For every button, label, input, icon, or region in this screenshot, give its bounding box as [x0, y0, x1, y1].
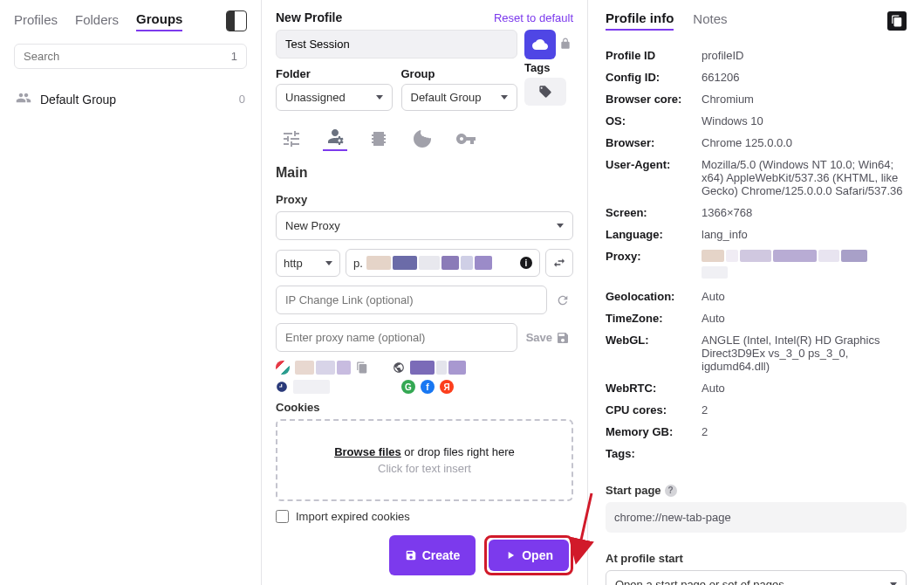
info-key: CPU cores:: [606, 403, 702, 416]
at-profile-start-select[interactable]: Open a start page or set of pages: [606, 570, 907, 585]
info-row: Language:lang_info: [606, 224, 907, 245]
info-key: Geolocation:: [606, 290, 702, 303]
info-value: lang_info: [702, 228, 907, 241]
info-value: 661206: [702, 71, 907, 84]
group-name: Default Group: [40, 93, 230, 107]
open-button[interactable]: Open: [489, 540, 569, 571]
info-key: WebGL:: [606, 334, 702, 347]
open-button-highlight: Open: [484, 535, 573, 575]
info-row: Profile IDprofileID: [606, 45, 907, 66]
info-key: Tags:: [606, 447, 702, 460]
folder-select[interactable]: Unassigned: [276, 84, 393, 111]
group-label: Group: [401, 67, 518, 80]
swap-proxy-button[interactable]: [545, 249, 573, 277]
info-row: Tags:: [606, 443, 907, 465]
clock-icon: [276, 381, 288, 393]
create-button[interactable]: Create: [389, 535, 476, 575]
protocol-select[interactable]: http: [276, 250, 340, 277]
group-count: 0: [239, 93, 245, 106]
info-value: Chromium: [702, 93, 907, 106]
info-row: Browser core:Chromium: [606, 88, 907, 110]
save-proxy-button[interactable]: Save: [523, 331, 573, 345]
info-row: Screen:1366×768: [606, 202, 907, 224]
info-value: Auto: [702, 382, 907, 395]
main-section-title: Main: [276, 165, 573, 181]
info-value: ANGLE (Intel, Intel(R) HD Graphics Direc…: [702, 334, 907, 373]
new-profile-title: New Profile: [276, 10, 342, 24]
ip-change-link-input[interactable]: [276, 286, 547, 314]
at-profile-start-label: At profile start: [606, 552, 907, 565]
google-icon: G: [401, 380, 415, 394]
user-cog-icon[interactable]: [323, 127, 347, 151]
help-icon[interactable]: ?: [665, 485, 677, 497]
info-row: Proxy:: [606, 245, 907, 286]
info-key: Screen:: [606, 206, 702, 219]
tab-groups[interactable]: Groups: [136, 11, 182, 31]
tab-folders[interactable]: Folders: [75, 12, 119, 31]
folder-value: Unassigned: [285, 91, 346, 104]
info-row: WebRTC:Auto: [606, 377, 907, 399]
info-row: Config ID:661206: [606, 66, 907, 88]
info-key: User-Agent:: [606, 158, 702, 171]
import-expired-label: Import expired cookies: [296, 510, 410, 523]
key-icon[interactable]: [454, 127, 478, 151]
tab-profiles[interactable]: Profiles: [14, 12, 58, 31]
tab-profile-info[interactable]: Profile info: [606, 10, 674, 31]
tags-button[interactable]: [524, 78, 566, 106]
info-key: Proxy:: [606, 250, 702, 263]
info-value: Auto: [702, 290, 907, 303]
group-value: Default Group: [411, 91, 482, 104]
layout-toggle-icon[interactable]: [226, 10, 247, 31]
proxy-address-input[interactable]: p. i: [346, 249, 540, 277]
users-icon: [16, 90, 31, 108]
tab-notes[interactable]: Notes: [693, 11, 727, 30]
start-page-value: chrome://new-tab-page: [606, 502, 907, 533]
right-panel: Profile info Notes Profile IDprofileIDCo…: [588, 0, 924, 585]
globe-icon: [393, 361, 405, 374]
search-input[interactable]: [24, 50, 231, 63]
import-expired-checkbox-row[interactable]: Import expired cookies: [276, 510, 573, 523]
info-value: Mozilla/5.0 (Windows NT 10.0; Win64; x64…: [702, 158, 907, 197]
profile-info-list: Profile IDprofileIDConfig ID:661206Brows…: [606, 45, 907, 465]
proxy-info-badges-1: [276, 361, 573, 375]
cookie-icon[interactable]: [410, 127, 435, 151]
start-page-label: Start page ?: [606, 484, 907, 497]
refresh-ip-button[interactable]: [552, 293, 573, 307]
info-key: Config ID:: [606, 71, 702, 84]
info-value: 2: [702, 403, 907, 416]
group-select[interactable]: Default Group: [401, 84, 518, 111]
left-tabs: Profiles Folders Groups: [14, 10, 247, 31]
info-value: Windows 10: [702, 114, 907, 127]
drop-text: or drop files right here: [401, 445, 515, 458]
info-key: TimeZone:: [606, 312, 702, 325]
browse-files-link[interactable]: Browse files: [334, 445, 401, 458]
folder-label: Folder: [276, 67, 393, 80]
lock-icon: [559, 38, 572, 52]
proxy-select[interactable]: New Proxy: [276, 211, 573, 240]
proxy-select-value: New Proxy: [285, 219, 340, 232]
proxy-name-input[interactable]: [276, 323, 517, 352]
search-input-container[interactable]: 1: [14, 44, 247, 69]
create-button-label: Create: [422, 548, 461, 562]
group-row[interactable]: Default Group 0: [14, 85, 247, 114]
info-icon[interactable]: i: [520, 257, 532, 269]
import-expired-checkbox[interactable]: [276, 510, 289, 523]
middle-panel: New Profile Reset to default Folder Unas…: [262, 0, 588, 585]
copy-icon[interactable]: [356, 361, 368, 374]
chip-icon[interactable]: [366, 127, 391, 151]
info-value: Chrome 125.0.0.0: [702, 136, 907, 149]
profile-name-input[interactable]: [276, 30, 517, 58]
flag-icon: [276, 361, 290, 375]
click-for-text-insert[interactable]: Click for text insert: [286, 462, 563, 475]
reset-to-default-link[interactable]: Reset to default: [494, 11, 573, 24]
sliders-icon[interactable]: [279, 127, 304, 151]
cookies-dropzone[interactable]: Browse files or drop files right here Cl…: [276, 419, 573, 501]
cookies-label: Cookies: [276, 401, 573, 414]
info-value: [702, 250, 907, 281]
search-result-count: 1: [231, 50, 237, 63]
info-key: Profile ID: [606, 49, 702, 62]
right-tabs: Profile info Notes: [606, 10, 907, 31]
proxy-info-badges-2: G f Я: [276, 380, 573, 394]
copy-all-icon[interactable]: [887, 11, 907, 31]
cloud-sync-button[interactable]: [524, 30, 556, 59]
